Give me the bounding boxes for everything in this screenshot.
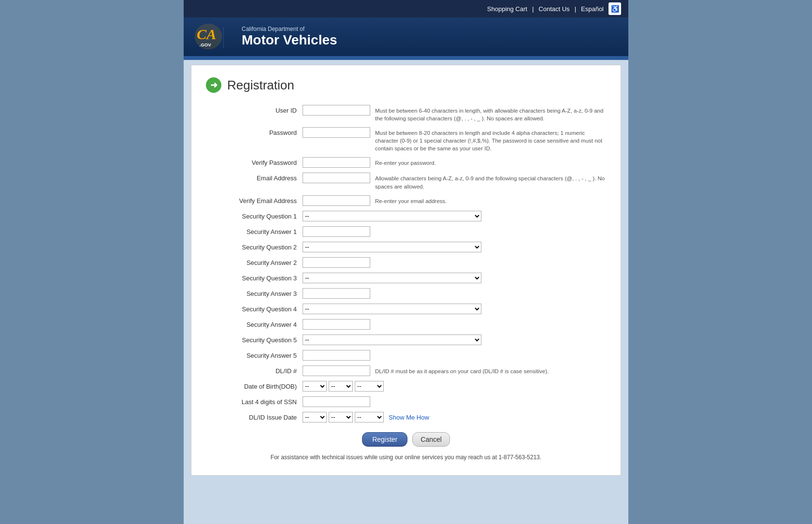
security-q2-label: Security Question 2 bbox=[206, 242, 303, 251]
security-a5-input-area bbox=[303, 350, 606, 361]
security-a4-row: Security Answer 4 bbox=[206, 319, 606, 330]
password-hint: Must be between 8-20 characters in lengt… bbox=[375, 127, 606, 152]
register-button[interactable]: Register bbox=[362, 432, 407, 447]
security-q1-label: Security Question 1 bbox=[206, 211, 303, 220]
security-a3-label: Security Answer 3 bbox=[206, 288, 303, 297]
svg-text:CA: CA bbox=[197, 26, 216, 43]
dob-date-group: -- -- -- bbox=[303, 381, 384, 392]
security-q3-select[interactable]: -- bbox=[303, 273, 481, 283]
logo-area: CA .GOV bbox=[193, 22, 232, 51]
security-q5-input-area: -- bbox=[303, 335, 606, 345]
security-a4-input-area bbox=[303, 319, 606, 330]
ssn-input[interactable] bbox=[303, 396, 370, 407]
accessibility-icon[interactable]: ♿ bbox=[609, 2, 621, 15]
user-id-row: User ID Must be between 6-40 characters … bbox=[206, 105, 606, 122]
security-a4-input[interactable] bbox=[303, 319, 370, 330]
security-a1-input[interactable] bbox=[303, 226, 370, 237]
email-input[interactable] bbox=[303, 173, 370, 183]
verify-email-input-area: Re-enter your email address. bbox=[303, 195, 606, 206]
agency-top-line: California Department of bbox=[242, 26, 337, 32]
dob-input-area: -- -- -- bbox=[303, 381, 606, 392]
issue-date-label: DL/ID Issue Date bbox=[206, 412, 303, 421]
security-a5-row: Security Answer 5 bbox=[206, 350, 606, 361]
svg-text:.GOV: .GOV bbox=[199, 42, 211, 47]
security-a1-row: Security Answer 1 bbox=[206, 226, 606, 237]
email-input-area: Allowable characters being A-Z, a-z, 0-9… bbox=[303, 173, 606, 190]
security-a1-label: Security Answer 1 bbox=[206, 226, 303, 235]
password-input[interactable] bbox=[303, 127, 370, 138]
security-q1-input-area: -- bbox=[303, 211, 606, 221]
separator2: | bbox=[575, 5, 576, 13]
main-content: ➜ Registration User ID Must be between 6… bbox=[191, 65, 621, 476]
email-row: Email Address Allowable characters being… bbox=[206, 173, 606, 190]
verify-email-input[interactable] bbox=[303, 195, 370, 206]
verify-email-hint: Re-enter your email address. bbox=[375, 195, 447, 205]
issue-date-row: DL/ID Issue Date -- -- -- Show Me How bbox=[206, 412, 606, 422]
security-q5-select[interactable]: -- bbox=[303, 335, 481, 345]
shopping-cart-link[interactable]: Shopping Cart bbox=[487, 5, 527, 13]
verify-password-row: Verify Password Re-enter your password. bbox=[206, 157, 606, 168]
verify-password-input[interactable] bbox=[303, 157, 370, 168]
password-input-area: Must be between 8-20 characters in lengt… bbox=[303, 127, 606, 152]
security-q4-input-area: -- bbox=[303, 304, 606, 314]
security-q1-row: Security Question 1 -- bbox=[206, 211, 606, 221]
dlid-label: DL/ID # bbox=[206, 365, 303, 375]
security-q1-select[interactable]: -- bbox=[303, 211, 481, 221]
email-hint: Allowable characters being A-Z, a-z, 0-9… bbox=[375, 173, 606, 190]
security-q3-label: Security Question 3 bbox=[206, 273, 303, 282]
password-row: Password Must be between 8-20 characters… bbox=[206, 127, 606, 152]
security-q2-select[interactable]: -- bbox=[303, 242, 481, 252]
verify-password-input-area: Re-enter your password. bbox=[303, 157, 606, 168]
security-a3-input[interactable] bbox=[303, 288, 370, 299]
utility-bar: Shopping Cart | Contact Us | Español ♿ bbox=[184, 0, 628, 17]
user-id-label: User ID bbox=[206, 105, 303, 114]
go-icon: ➜ bbox=[206, 77, 221, 93]
dob-label: Date of Birth(DOB) bbox=[206, 381, 303, 390]
footer-note: For assistance with technical issues whi… bbox=[206, 454, 606, 461]
show-me-how-link[interactable]: Show Me How bbox=[389, 412, 429, 421]
issue-day-select[interactable]: -- bbox=[329, 412, 353, 422]
dlid-hint: DL/ID # must be as it appears on your ca… bbox=[375, 365, 549, 375]
security-q3-input-area: -- bbox=[303, 273, 606, 283]
security-a2-input[interactable] bbox=[303, 257, 370, 268]
security-a2-input-area bbox=[303, 257, 606, 268]
nav-bar bbox=[184, 56, 628, 60]
verify-password-hint: Re-enter your password. bbox=[375, 157, 436, 167]
issue-month-select[interactable]: -- bbox=[303, 412, 327, 422]
security-a4-label: Security Answer 4 bbox=[206, 319, 303, 328]
email-label: Email Address bbox=[206, 173, 303, 182]
dob-year-select[interactable]: -- bbox=[355, 381, 384, 392]
security-a5-input[interactable] bbox=[303, 350, 370, 361]
site-header: CA .GOV California Department of Motor V… bbox=[184, 17, 628, 56]
espanol-link[interactable]: Español bbox=[581, 5, 604, 13]
security-a5-label: Security Answer 5 bbox=[206, 350, 303, 359]
dob-month-select[interactable]: -- bbox=[303, 381, 327, 392]
user-id-input[interactable] bbox=[303, 105, 370, 116]
contact-us-link[interactable]: Contact Us bbox=[538, 5, 569, 13]
user-id-hint: Must be between 6-40 characters in lengt… bbox=[375, 105, 606, 122]
dlid-row: DL/ID # DL/ID # must be as it appears on… bbox=[206, 365, 606, 376]
ca-gov-logo: CA .GOV bbox=[193, 22, 232, 51]
user-id-input-area: Must be between 6-40 characters in lengt… bbox=[303, 105, 606, 122]
dlid-input-area: DL/ID # must be as it appears on your ca… bbox=[303, 365, 606, 376]
security-a3-row: Security Answer 3 bbox=[206, 288, 606, 299]
verify-email-label: Verify Email Address bbox=[206, 195, 303, 204]
dlid-input[interactable] bbox=[303, 365, 370, 376]
verify-password-label: Verify Password bbox=[206, 157, 303, 166]
security-a2-row: Security Answer 2 bbox=[206, 257, 606, 268]
issue-year-select[interactable]: -- bbox=[355, 412, 384, 422]
ssn-label: Last 4 digits of SSN bbox=[206, 396, 303, 406]
security-q4-label: Security Question 4 bbox=[206, 304, 303, 313]
security-q4-select[interactable]: -- bbox=[303, 304, 481, 314]
agency-name: California Department of Motor Vehicles bbox=[242, 26, 337, 48]
password-label: Password bbox=[206, 127, 303, 136]
dob-day-select[interactable]: -- bbox=[329, 381, 353, 392]
cancel-button[interactable]: Cancel bbox=[412, 432, 450, 447]
security-q4-row: Security Question 4 -- bbox=[206, 304, 606, 314]
separator: | bbox=[532, 5, 534, 13]
security-q2-input-area: -- bbox=[303, 242, 606, 252]
security-a2-label: Security Answer 2 bbox=[206, 257, 303, 266]
issue-date-group: -- -- -- bbox=[303, 412, 384, 422]
security-a1-input-area bbox=[303, 226, 606, 237]
verify-email-row: Verify Email Address Re-enter your email… bbox=[206, 195, 606, 206]
